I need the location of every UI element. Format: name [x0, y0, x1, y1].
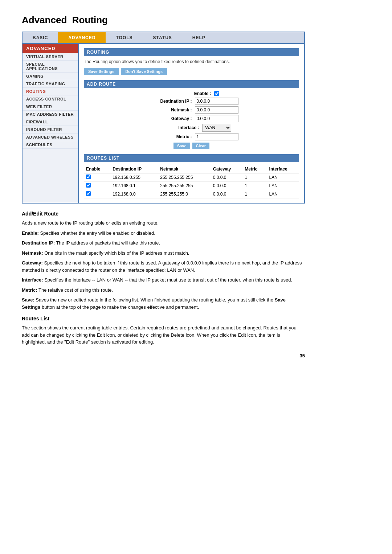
enable-checkbox[interactable] — [214, 91, 219, 96]
nav-status[interactable]: STATUS — [143, 32, 182, 43]
add-route-header: ADD ROUTE — [84, 80, 299, 88]
main-panel: ROUTING The Routing option allows you to… — [79, 44, 304, 203]
interface-select[interactable]: WAN LAN — [202, 124, 231, 132]
table-row: 192.168.0.0255.255.255.00.0.0.01LAN — [84, 190, 299, 198]
table-cell: 255.255.255.255 — [158, 173, 211, 182]
add-route-save-button[interactable]: Save — [173, 143, 190, 149]
routes-list-heading: Routes List — [22, 316, 305, 321]
table-cell: 255.255.255.255 — [158, 182, 211, 190]
metric-desc: Metric: The relative cost of using this … — [22, 287, 305, 294]
top-nav: BASIC ADVANCED TOOLS STATUS HELP — [23, 32, 304, 44]
nav-basic[interactable]: BASIC — [23, 32, 58, 43]
dest-ip-label: Destination IP : — [145, 99, 192, 104]
route-enable-checkbox[interactable] — [86, 191, 91, 196]
sidebar-item-virtual-server[interactable]: VIRTUAL SERVER — [23, 53, 78, 61]
col-enable: Enable — [84, 165, 110, 173]
router-ui: BASIC ADVANCED TOOLS STATUS HELP ADVANCE… — [22, 32, 305, 204]
add-route-clear-button[interactable]: Clear — [192, 143, 210, 149]
add-edit-intro: Adds a new route to the IP routing table… — [22, 219, 305, 227]
sidebar-item-inbound-filter[interactable]: INBOUND FILTER — [23, 126, 78, 134]
nav-help[interactable]: HELP — [182, 32, 216, 43]
col-interface: Interface — [267, 165, 299, 173]
page-title: Advanced_Routing — [22, 15, 370, 26]
table-cell: 192.168.0.0 — [110, 190, 158, 198]
top-button-row: Save Settings Don't Save Settings — [84, 68, 299, 75]
col-dest-ip: Destination IP — [110, 165, 158, 173]
route-enable-checkbox[interactable] — [86, 175, 91, 179]
enable-row: Enable : — [84, 91, 299, 96]
table-cell: 192.168.0.1 — [110, 182, 158, 190]
sidebar-item-web-filter[interactable]: WEB FILTER — [23, 103, 78, 111]
gateway-label: Gateway : — [145, 116, 192, 121]
sidebar: ADVANCED VIRTUAL SERVER SPECIAL APPLICAT… — [23, 44, 79, 203]
routing-description: The Routing option allows you to define … — [84, 59, 299, 64]
table-cell: 255.255.255.0 — [158, 190, 211, 198]
table-row: 192.168.0.1255.255.255.2550.0.0.01LAN — [84, 182, 299, 190]
table-cell: 1 — [242, 190, 267, 198]
routing-section-header: ROUTING — [84, 48, 299, 56]
metric-row: Metric : — [84, 133, 299, 140]
routes-table: Enable Destination IP Netmask Gateway Me… — [84, 165, 299, 198]
table-cell: LAN — [267, 173, 299, 182]
sidebar-item-access-control[interactable]: ACCESS CONTROL — [23, 95, 78, 103]
table-cell: 192.168.0.255 — [110, 173, 158, 182]
routes-list-desc: The section shows the current routing ta… — [22, 324, 305, 346]
interface-desc: Interface: Specifies the interface -- LA… — [22, 276, 305, 284]
table-cell: 1 — [242, 173, 267, 182]
table-cell: 0.0.0.0 — [211, 173, 242, 182]
netmask-row: Netmask : — [84, 106, 299, 114]
save-settings-button[interactable]: Save Settings — [84, 68, 119, 75]
table-cell: 0.0.0.0 — [211, 190, 242, 198]
sidebar-item-special-applications[interactable]: SPECIAL APPLICATIONS — [23, 61, 78, 73]
nav-tools[interactable]: TOOLS — [106, 32, 143, 43]
metric-label: Metric : — [145, 134, 192, 139]
description-section: Add/Edit Route Adds a new route to the I… — [22, 211, 305, 346]
netmask-input[interactable] — [195, 106, 238, 114]
save-clear-row: Save Clear — [84, 143, 299, 149]
content-area: ADVANCED VIRTUAL SERVER SPECIAL APPLICAT… — [23, 44, 304, 203]
add-edit-heading: Add/Edit Route — [22, 211, 305, 217]
table-cell: LAN — [267, 190, 299, 198]
sidebar-item-advanced-wireless[interactable]: ADVANCED WIRELESS — [23, 134, 78, 141]
enable-desc: Enable: Specifies whether the entry will… — [22, 230, 305, 237]
netmask-label: Netmask : — [145, 107, 192, 112]
dest-ip-row: Destination IP : — [84, 98, 299, 105]
table-cell: LAN — [267, 182, 299, 190]
sidebar-item-firewall[interactable]: FIREWALL — [23, 118, 78, 126]
table-row: 192.168.0.255255.255.255.2550.0.0.01LAN — [84, 173, 299, 182]
netmask-desc: Netmask: One bits in the mask specify wh… — [22, 250, 305, 257]
dont-save-settings-button[interactable]: Don't Save Settings — [121, 68, 167, 75]
sidebar-item-routing[interactable]: ROUTING — [23, 88, 78, 95]
table-cell: 0.0.0.0 — [211, 182, 242, 190]
routes-list-section: ROUTES LIST Enable Destination IP Netmas… — [84, 154, 299, 198]
col-metric: Metric — [242, 165, 267, 173]
save-desc: Save: Saves the new or edited route in t… — [22, 296, 305, 311]
sidebar-header: ADVANCED — [23, 44, 78, 53]
add-route-section: ADD ROUTE Enable : Destination IP : Netm… — [84, 80, 299, 149]
route-enable-checkbox[interactable] — [86, 183, 91, 188]
sidebar-item-traffic-shaping[interactable]: TRAFFIC SHAPING — [23, 80, 78, 88]
dest-ip-input[interactable] — [195, 98, 238, 105]
sidebar-item-mac-address-filter[interactable]: MAC ADDRESS FILTER — [23, 111, 78, 118]
gateway-input[interactable] — [195, 115, 238, 122]
page-number: 35 — [22, 353, 305, 358]
table-cell: 1 — [242, 182, 267, 190]
metric-input[interactable] — [195, 133, 238, 140]
nav-advanced[interactable]: ADVANCED — [58, 32, 106, 43]
dest-ip-desc: Destination IP: The IP address of packet… — [22, 239, 305, 247]
gateway-row: Gateway : — [84, 115, 299, 122]
enable-label: Enable : — [164, 91, 211, 96]
sidebar-item-schedules[interactable]: SCHEDULES — [23, 141, 78, 149]
interface-row: Interface : WAN LAN — [84, 124, 299, 132]
sidebar-item-gaming[interactable]: GAMING — [23, 73, 78, 80]
col-netmask: Netmask — [158, 165, 211, 173]
col-gateway: Gateway — [211, 165, 242, 173]
gateway-desc: Gateway: Specifies the next hop to be ta… — [22, 259, 305, 274]
interface-label: Interface : — [152, 125, 199, 130]
routes-list-header: ROUTES LIST — [84, 154, 299, 162]
